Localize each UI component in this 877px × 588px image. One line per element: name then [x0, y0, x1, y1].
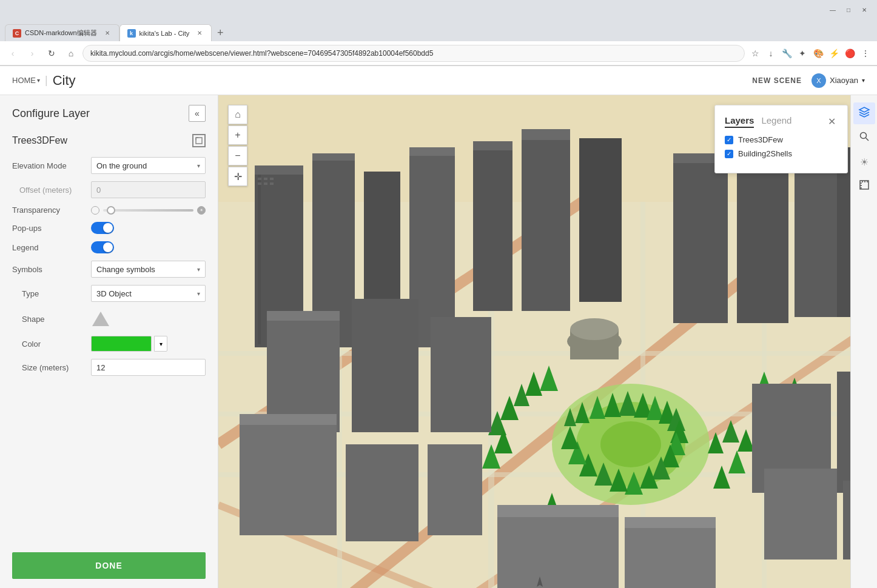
- tab-legend[interactable]: Legend: [761, 115, 791, 128]
- extension-icon-4[interactable]: ⚡: [827, 47, 841, 60]
- maximize-button[interactable]: □: [841, 4, 856, 15]
- app-header: HOME ▾ | City NEW SCENE X Xiaoyan ▾: [0, 66, 877, 95]
- shape-icon[interactable]: [91, 309, 110, 329]
- transparency-thumb[interactable]: [107, 206, 115, 215]
- transparency-group: Transparency ☀: [12, 205, 206, 215]
- svg-rect-80: [240, 414, 337, 425]
- user-info[interactable]: X Xiaoyan ▾: [811, 73, 865, 88]
- buildings-checkbox[interactable]: ✓: [725, 150, 733, 158]
- trees-checkbox[interactable]: ✓: [725, 136, 733, 144]
- layers-sidebar-icon: [858, 106, 870, 121]
- address-text: kikita.mycloud.com/arcgis/home/webscene/…: [90, 49, 433, 58]
- symbols-select[interactable]: Change symbols ▾: [91, 261, 206, 278]
- search-sidebar-icon: [859, 131, 870, 144]
- panel-collapse-button[interactable]: «: [189, 105, 206, 122]
- layers-close-button[interactable]: ✕: [825, 116, 838, 128]
- tab-favicon-2: k: [127, 29, 136, 38]
- maximize-icon[interactable]: [192, 134, 206, 147]
- home-link[interactable]: HOME ▾: [12, 76, 40, 85]
- color-dropdown-button[interactable]: ▾: [154, 336, 167, 352]
- transparency-min-icon: [91, 206, 99, 215]
- size-input-control[interactable]: [91, 359, 206, 376]
- home-map-button[interactable]: ⌂: [228, 105, 247, 124]
- main-content: Configure Layer « Trees3DFew: [0, 95, 877, 588]
- offset-field: [91, 181, 206, 198]
- compass-button[interactable]: ✛: [228, 167, 247, 186]
- legend-toggle[interactable]: [91, 241, 206, 253]
- done-button[interactable]: DONE: [12, 552, 206, 579]
- tab-layers[interactable]: Layers: [725, 115, 754, 128]
- svg-rect-63: [409, 147, 455, 156]
- svg-rect-69: [673, 153, 728, 323]
- menu-icon[interactable]: ⋮: [859, 47, 872, 60]
- popups-group: Pop-ups: [12, 222, 206, 234]
- svg-rect-76: [267, 311, 340, 321]
- color-swatch[interactable]: ▾: [91, 336, 206, 352]
- type-label: Type: [12, 289, 91, 298]
- svg-rect-73: [795, 159, 840, 317]
- browser-toolbar: ‹ › ↻ ⌂ kikita.mycloud.com/arcgis/home/w…: [0, 41, 877, 65]
- svg-rect-77: [352, 299, 418, 432]
- svg-point-89: [570, 318, 619, 340]
- app-container: HOME ▾ | City NEW SCENE X Xiaoyan ▾ Conf…: [0, 66, 877, 588]
- layers-sidebar-button[interactable]: [853, 102, 875, 124]
- elevation-label: Elevation Mode: [12, 161, 91, 170]
- extension-icon-2[interactable]: ✦: [796, 47, 809, 60]
- user-avatar: X: [811, 73, 826, 88]
- back-button[interactable]: ‹: [5, 45, 21, 61]
- svg-rect-98: [264, 182, 267, 185]
- map-area[interactable]: N ⌂ + − ✛: [218, 95, 877, 588]
- legend-group: Legend: [12, 241, 206, 253]
- extension-icon-1[interactable]: 🔧: [780, 47, 793, 60]
- trees-label: Trees3DFew: [738, 135, 783, 144]
- page-title: City: [53, 73, 76, 89]
- new-tab-button[interactable]: +: [212, 24, 229, 41]
- color-box[interactable]: [91, 336, 152, 352]
- tab-label-2: kikita's Lab - City: [139, 30, 190, 37]
- panel-content: Trees3DFew Elevation Mode On th: [0, 129, 218, 543]
- popups-switch[interactable]: [91, 222, 114, 234]
- zoom-out-button[interactable]: −: [228, 146, 247, 165]
- offset-label: Offset (meters): [12, 185, 91, 195]
- size-label: Size (meters): [12, 363, 91, 372]
- search-sidebar-button[interactable]: [853, 127, 875, 149]
- browser-tab-2[interactable]: k kikita's Lab - City ✕: [119, 24, 212, 41]
- close-button[interactable]: ✕: [856, 4, 872, 15]
- address-bar[interactable]: kikita.mycloud.com/arcgis/home/webscene/…: [82, 45, 745, 62]
- bookmark-icon[interactable]: ☆: [748, 47, 762, 60]
- triangle-shape: [92, 312, 109, 326]
- type-arrow: ▾: [197, 290, 200, 297]
- size-field[interactable]: [91, 359, 206, 376]
- home-button[interactable]: ⌂: [63, 45, 79, 61]
- forward-button[interactable]: ›: [24, 45, 40, 61]
- browser-chrome: — □ ✕ C CSDN-markdown编辑器 ✕ k kikita's La…: [0, 0, 877, 66]
- svg-rect-78: [431, 317, 491, 432]
- reload-button[interactable]: ↻: [44, 45, 59, 61]
- color-control: ▾: [91, 336, 206, 352]
- offset-group: Offset (meters): [12, 181, 206, 198]
- elevation-select[interactable]: On the ground ▾: [91, 157, 206, 174]
- measure-sidebar-button[interactable]: [853, 175, 875, 197]
- popups-toggle[interactable]: [91, 222, 206, 234]
- download-icon[interactable]: ↓: [764, 47, 778, 60]
- layers-tabs: Layers Legend: [725, 115, 791, 128]
- right-sidebar: ☀: [850, 95, 877, 588]
- tab-close-2[interactable]: ✕: [195, 29, 204, 38]
- new-scene-button[interactable]: NEW SCENE: [752, 76, 802, 85]
- browser-tab-1[interactable]: C CSDN-markdown编辑器 ✕: [5, 24, 119, 41]
- zoom-in-button[interactable]: +: [228, 125, 247, 145]
- elevation-mode-group: Elevation Mode On the ground ▾: [12, 157, 206, 174]
- extension-icon-3[interactable]: 🎨: [811, 47, 825, 60]
- minimize-button[interactable]: —: [825, 4, 841, 15]
- extension-icon-5[interactable]: 🔴: [843, 47, 856, 60]
- svg-rect-91: [497, 505, 619, 517]
- type-select[interactable]: 3D Object ▾: [91, 285, 206, 302]
- user-chevron: ▾: [862, 77, 865, 84]
- legend-switch[interactable]: [91, 241, 114, 253]
- svg-rect-68: [579, 138, 622, 302]
- tab-close-1[interactable]: ✕: [103, 29, 112, 38]
- daylight-sidebar-button[interactable]: ☀: [853, 151, 875, 173]
- transparency-slider[interactable]: [103, 209, 193, 212]
- svg-point-16: [600, 421, 661, 467]
- daylight-sidebar-icon: ☀: [860, 156, 869, 168]
